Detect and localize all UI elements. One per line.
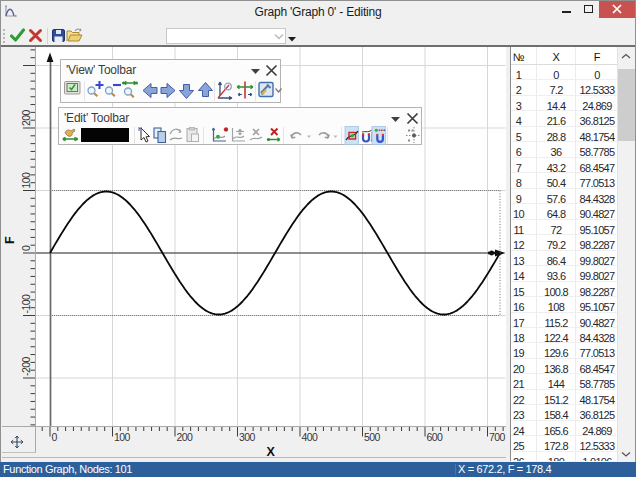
svg-text:200: 200 — [177, 431, 194, 443]
svg-text:0: 0 — [52, 431, 58, 443]
svg-text:0: 0 — [20, 245, 32, 251]
svg-text:400: 400 — [302, 431, 319, 443]
svg-text:100: 100 — [20, 172, 32, 189]
svg-text:100: 100 — [114, 431, 131, 443]
svg-text:-200: -200 — [20, 356, 32, 376]
svg-text:300: 300 — [239, 431, 256, 443]
svg-text:500: 500 — [364, 431, 381, 443]
svg-text:600: 600 — [427, 431, 444, 443]
svg-text:200: 200 — [20, 109, 32, 126]
svg-text:-100: -100 — [20, 294, 32, 314]
svg-text:F: F — [3, 236, 17, 244]
svg-text:700: 700 — [489, 431, 506, 443]
